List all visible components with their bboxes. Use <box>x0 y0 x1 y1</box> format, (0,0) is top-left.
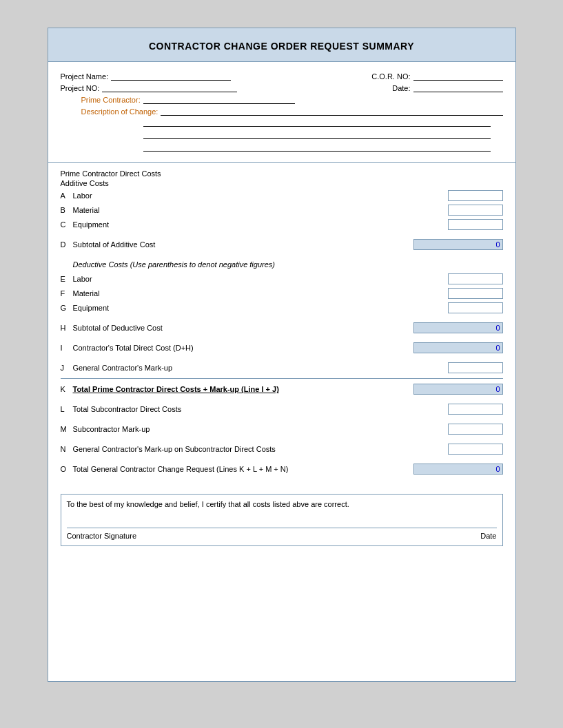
line-j-input[interactable] <box>448 362 503 373</box>
line-k-input[interactable] <box>413 384 503 395</box>
line-j-label: General Contractor's Mark-up <box>73 364 448 372</box>
line-f-input[interactable] <box>448 288 503 299</box>
line-l-label: Total Subcontractor Direct Costs <box>73 405 448 413</box>
line-n-label: General Contractor's Mark-up on Subcontr… <box>73 445 448 453</box>
date-input[interactable] <box>413 83 503 92</box>
prime-contractor-label: Prime Contractor: <box>81 96 141 104</box>
project-no-input[interactable] <box>102 83 236 92</box>
line-o-input[interactable] <box>413 464 503 475</box>
deductive-note: Deductive Costs (Use parenthesis to deno… <box>73 260 503 269</box>
line-g-row: G Equipment <box>61 302 503 314</box>
cor-no-label: C.O.R. NO: <box>371 72 410 81</box>
project-no-label: Project NO: <box>61 84 100 92</box>
project-name-label: Project Name: <box>61 72 109 81</box>
line-d-label: Subtotal of Additive Cost <box>73 240 413 249</box>
cor-no-input[interactable] <box>413 72 503 81</box>
line-g-label: Equipment <box>73 304 448 312</box>
description-extra-lines <box>143 118 503 152</box>
line-h-input[interactable] <box>413 322 503 333</box>
line-b-row: B Material <box>61 204 503 216</box>
cert-text: To the best of my knowledge and belief, … <box>67 500 497 508</box>
line-h-row: H Subtotal of Deductive Cost <box>61 322 503 334</box>
line-l-row: L Total Subcontractor Direct Costs <box>61 403 503 415</box>
certification-box: To the best of my knowledge and belief, … <box>61 494 503 546</box>
line-n-letter: N <box>61 445 73 453</box>
line-c-row: C Equipment <box>61 218 503 231</box>
project-no-row: Project NO: Date: <box>61 83 503 92</box>
line-l-letter: L <box>61 405 73 413</box>
description-row: Description of Change: <box>61 107 503 116</box>
line-m-letter: M <box>61 425 73 433</box>
line-f-letter: F <box>61 289 73 298</box>
line-h-label: Subtotal of Deductive Cost <box>73 324 413 332</box>
description-input-2[interactable] <box>143 118 491 127</box>
line-e-row: E Labor <box>61 273 503 285</box>
line-g-input[interactable] <box>448 302 503 313</box>
line-k-label: Total Prime Contractor Direct Costs + Ma… <box>73 385 413 393</box>
cor-section: C.O.R. NO: <box>371 72 502 81</box>
line-k-letter: K <box>61 385 73 393</box>
line-f-label: Material <box>73 289 448 298</box>
line-a-input[interactable] <box>448 190 503 201</box>
line-l-input[interactable] <box>448 404 503 415</box>
prime-contractor-costs-title: Prime Contractor Direct Costs <box>61 169 503 178</box>
form-page: CONTRACTOR CHANGE ORDER REQUEST SUMMARY … <box>48 28 516 682</box>
description-input-1[interactable] <box>161 107 502 116</box>
line-a-row: A Labor <box>61 189 503 202</box>
cost-area: Prime Contractor Direct Costs Additive C… <box>48 163 515 484</box>
line-i-input[interactable] <box>413 342 503 353</box>
line-d-row: D Subtotal of Additive Cost <box>61 238 503 251</box>
additive-costs-title: Additive Costs <box>61 179 503 187</box>
line-e-label: Labor <box>73 275 448 283</box>
line-g-letter: G <box>61 304 73 312</box>
line-j-letter: J <box>61 364 73 372</box>
line-c-label: Equipment <box>73 220 448 229</box>
line-d-letter: D <box>61 240 73 249</box>
line-o-letter: O <box>61 465 73 473</box>
line-n-row: N General Contractor's Mark-up on Subcon… <box>61 443 503 455</box>
line-b-input[interactable] <box>448 205 503 216</box>
line-i-label: Contractor's Total Direct Cost (D+H) <box>73 344 413 352</box>
line-b-letter: B <box>61 206 73 214</box>
line-d-input[interactable] <box>413 239 503 250</box>
description-input-4[interactable] <box>143 143 491 152</box>
line-o-row: O Total General Contractor Change Reques… <box>61 463 503 475</box>
description-input-3[interactable] <box>143 130 491 139</box>
line-e-letter: E <box>61 275 73 283</box>
date-section: Date: <box>392 83 502 92</box>
prime-contractor-row: Prime Contractor: <box>61 95 503 104</box>
line-b-label: Material <box>73 206 448 214</box>
line-h-letter: H <box>61 324 73 332</box>
line-i-row: I Contractor's Total Direct Cost (D+H) <box>61 342 503 354</box>
line-k-row: K Total Prime Contractor Direct Costs + … <box>61 383 503 395</box>
project-name-input[interactable] <box>111 72 231 81</box>
form-header: CONTRACTOR CHANGE ORDER REQUEST SUMMARY <box>48 28 515 62</box>
line-n-input[interactable] <box>448 444 503 455</box>
line-e-input[interactable] <box>448 273 503 284</box>
line-m-row: M Subcontractor Mark-up <box>61 423 503 435</box>
line-a-label: Labor <box>73 191 448 200</box>
deductive-note-row: Deductive Costs (Use parenthesis to deno… <box>61 258 503 271</box>
project-name-row: Project Name: C.O.R. NO: <box>61 72 503 81</box>
date-label: Date: <box>392 84 410 92</box>
line-m-input[interactable] <box>448 424 503 435</box>
cert-date-label: Date <box>480 532 496 540</box>
line-a-letter: A <box>61 191 73 200</box>
contractor-signature-label: Contractor Signature <box>67 532 481 540</box>
description-label: Description of Change: <box>81 107 158 116</box>
prime-contractor-input[interactable] <box>143 95 295 104</box>
line-o-label: Total General Contractor Change Request … <box>73 465 413 473</box>
form-title: CONTRACTOR CHANGE ORDER REQUEST SUMMARY <box>55 41 509 52</box>
line-i-letter: I <box>61 344 73 352</box>
line-j-row: J General Contractor's Mark-up <box>61 362 503 374</box>
top-form-area: Project Name: C.O.R. NO: Project NO: Dat… <box>48 62 515 163</box>
line-c-input[interactable] <box>448 219 503 230</box>
line-f-row: F Material <box>61 287 503 300</box>
line-c-letter: C <box>61 220 73 229</box>
cert-sig-row: Contractor Signature Date <box>67 528 497 540</box>
line-m-label: Subcontractor Mark-up <box>73 425 448 433</box>
